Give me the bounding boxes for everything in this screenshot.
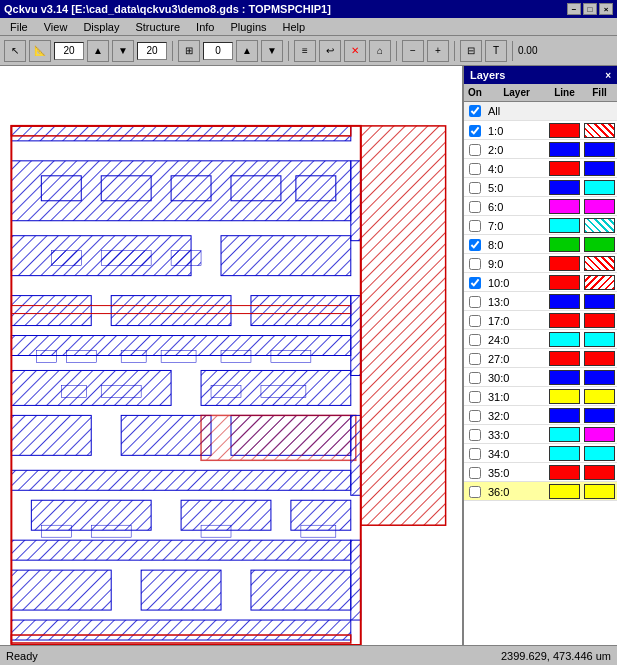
layer-name-8: 8:0: [486, 239, 547, 251]
toolbar: ↖ 📐 ▲ ▼ ⊞ ▲ ▼ ≡ ↩ ✕ ⌂ − + ⊟ T 0.00: [0, 36, 617, 66]
layer-checkbox-1[interactable]: [464, 125, 486, 137]
layer-row-13: 13:0: [464, 292, 617, 311]
svg-rect-24: [11, 620, 350, 640]
canvas-area[interactable]: [0, 66, 462, 645]
layer-checkbox-9[interactable]: [464, 258, 486, 270]
layer-name-6: 6:0: [486, 201, 547, 213]
menu-help[interactable]: Help: [277, 20, 312, 34]
svg-rect-23: [251, 570, 351, 610]
layer-checkbox-31[interactable]: [464, 391, 486, 403]
svg-rect-13: [11, 415, 91, 455]
layer-checkbox-6[interactable]: [464, 201, 486, 213]
layer-checkbox-35[interactable]: [464, 467, 486, 479]
layer-line-36: [549, 484, 580, 499]
layer-name-35: 35:0: [486, 467, 547, 479]
layer-row-9: 9:0: [464, 254, 617, 273]
layer-name-27: 27:0: [486, 353, 547, 365]
layer-name-31: 31:0: [486, 391, 547, 403]
layer-checkbox-4[interactable]: [464, 163, 486, 175]
svg-rect-20: [11, 540, 350, 560]
minimize-button[interactable]: −: [567, 3, 581, 15]
layer-row-7: 7:0: [464, 216, 617, 235]
sep4: [454, 41, 455, 61]
layer-checkbox-34[interactable]: [464, 448, 486, 460]
layers-panel: Layers × On Layer Line Fill All 1:0: [462, 66, 617, 645]
layer-line-34: [549, 446, 580, 461]
layer-row-35: 35:0: [464, 463, 617, 482]
layer-name-1: 1:0: [486, 125, 547, 137]
pan-mode[interactable]: ⊟: [460, 40, 482, 62]
layer-checkbox-30[interactable]: [464, 372, 486, 384]
layer-name-17: 17:0: [486, 315, 547, 327]
layers-close-button[interactable]: ×: [605, 70, 611, 81]
layer-name-36: 36:0: [486, 486, 547, 498]
zoom-value2[interactable]: [137, 42, 167, 60]
layer-checkbox-32[interactable]: [464, 410, 486, 422]
menu-view[interactable]: View: [38, 20, 74, 34]
layer-checkbox-all[interactable]: [464, 105, 486, 117]
menu-info[interactable]: Info: [190, 20, 220, 34]
layer-name-32: 32:0: [486, 410, 547, 422]
layer-line-10: [549, 275, 580, 290]
layer-checkbox-36[interactable]: [464, 486, 486, 498]
input-value3[interactable]: [203, 42, 233, 60]
layer-checkbox-17[interactable]: [464, 315, 486, 327]
pointer-tool[interactable]: ↖: [4, 40, 26, 62]
layer-fill-1: [584, 123, 615, 138]
layer-row-34: 34:0: [464, 444, 617, 463]
layer-name-34: 34:0: [486, 448, 547, 460]
maximize-button[interactable]: □: [583, 3, 597, 15]
menubar: File View Display Structure Info Plugins…: [0, 18, 617, 36]
text-tool[interactable]: T: [485, 40, 507, 62]
layer-row-2: 2:0: [464, 140, 617, 159]
menu-file[interactable]: File: [4, 20, 34, 34]
layer-checkbox-24[interactable]: [464, 334, 486, 346]
layer-checkbox-2[interactable]: [464, 144, 486, 156]
layer-checkbox-33[interactable]: [464, 429, 486, 441]
zoom-plus[interactable]: +: [427, 40, 449, 62]
layers-icon[interactable]: ≡: [294, 40, 316, 62]
title-text: Qckvu v3.14 [E:\cad_data\qckvu3\demo8.gd…: [4, 3, 331, 15]
layer-checkbox-27[interactable]: [464, 353, 486, 365]
svg-rect-33: [201, 415, 356, 460]
layer-name-4: 4:0: [486, 163, 547, 175]
svg-rect-7: [11, 296, 91, 326]
zoom-up1[interactable]: ▲: [87, 40, 109, 62]
grid-button[interactable]: ⊞: [178, 40, 200, 62]
zoom-minus[interactable]: −: [402, 40, 424, 62]
layer-check-all[interactable]: [469, 105, 481, 117]
close-button[interactable]: ×: [599, 3, 613, 15]
input-up[interactable]: ▲: [236, 40, 258, 62]
input-dn[interactable]: ▼: [261, 40, 283, 62]
layer-checkbox-5[interactable]: [464, 182, 486, 194]
menu-display[interactable]: Display: [77, 20, 125, 34]
layers-column-headers: On Layer Line Fill: [464, 84, 617, 102]
layer-checkbox-7[interactable]: [464, 220, 486, 232]
stop-button[interactable]: ✕: [344, 40, 366, 62]
menu-plugins[interactable]: Plugins: [224, 20, 272, 34]
svg-rect-10: [11, 336, 350, 356]
back-button[interactable]: ↩: [319, 40, 341, 62]
menu-structure[interactable]: Structure: [129, 20, 186, 34]
layer-fill-all: [582, 104, 617, 119]
measure-tool[interactable]: 📐: [29, 40, 51, 62]
zoom-dn1[interactable]: ▼: [112, 40, 134, 62]
statusbar: Ready 2399.629, 473.446 um: [0, 645, 617, 665]
layer-fill-8: [584, 237, 615, 252]
layer-row-5: 5:0: [464, 178, 617, 197]
layer-checkbox-10[interactable]: [464, 277, 486, 289]
layer-checkbox-8[interactable]: [464, 239, 486, 251]
titlebar: Qckvu v3.14 [E:\cad_data\qckvu3\demo8.gd…: [0, 0, 617, 18]
layers-header: Layers ×: [464, 66, 617, 84]
layer-checkbox-13[interactable]: [464, 296, 486, 308]
zoom-value1[interactable]: [54, 42, 84, 60]
layer-line-all: [547, 104, 582, 119]
layer-line-8: [549, 237, 580, 252]
home-button[interactable]: ⌂: [369, 40, 391, 62]
coord-display: 0.00: [518, 45, 537, 56]
layer-name-24: 24:0: [486, 334, 547, 346]
svg-rect-30: [361, 126, 446, 525]
layer-fill-4: [584, 161, 615, 176]
svg-rect-9: [251, 296, 351, 326]
layer-row-17: 17:0: [464, 311, 617, 330]
